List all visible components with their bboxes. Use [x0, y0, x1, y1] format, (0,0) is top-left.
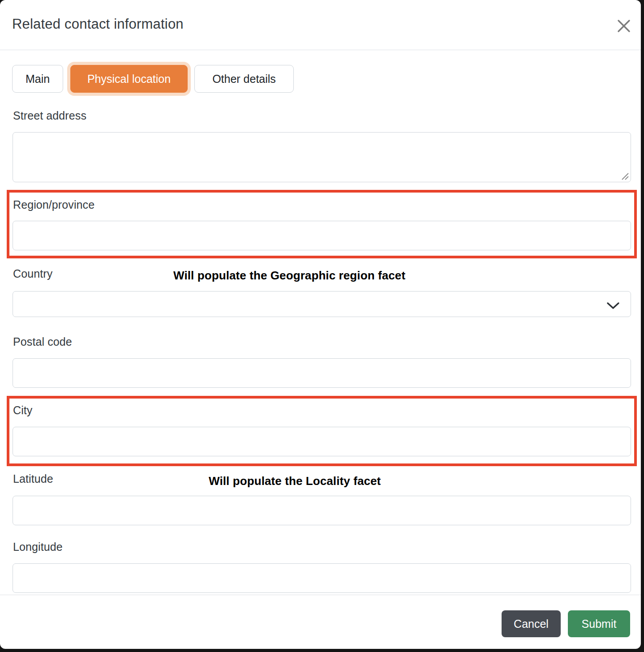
latitude-label: Latitude	[13, 472, 53, 485]
region-province-input[interactable]	[13, 221, 631, 250]
region-annotation-note: Will populate the Geographic region face…	[173, 269, 405, 283]
postal-code-label: Postal code	[13, 335, 72, 348]
country-label: Country	[13, 267, 52, 280]
street-address-textarea[interactable]	[13, 132, 631, 182]
country-select[interactable]	[13, 291, 631, 317]
tab-other-details[interactable]: Other details	[194, 65, 294, 93]
postal-code-input[interactable]	[13, 358, 631, 388]
city-input[interactable]	[13, 427, 631, 456]
latitude-input[interactable]	[13, 496, 631, 525]
modal-header: Related contact information	[0, 0, 641, 50]
street-address-label: Street address	[13, 109, 86, 122]
page-backdrop: Related contact information Main Physica…	[0, 0, 644, 652]
modal-title: Related contact information	[12, 16, 184, 32]
tab-physical-location[interactable]: Physical location	[70, 65, 188, 93]
tab-main[interactable]: Main	[12, 65, 63, 93]
longitude-input[interactable]	[13, 563, 631, 593]
city-label: City	[13, 404, 32, 417]
close-button[interactable]	[614, 17, 633, 36]
resize-handle-icon	[619, 174, 629, 182]
cancel-button[interactable]: Cancel	[502, 610, 561, 637]
submit-button[interactable]: Submit	[568, 610, 630, 637]
region-province-label: Region/province	[13, 198, 94, 211]
footer-divider	[0, 595, 641, 595]
resize-handle[interactable]	[619, 171, 629, 180]
related-contact-modal: Related contact information Main Physica…	[0, 0, 641, 649]
close-icon	[616, 18, 631, 35]
city-annotation-note: Will populate the Locality facet	[209, 474, 381, 488]
longitude-label: Longitude	[13, 540, 63, 553]
chevron-down-icon	[606, 300, 620, 308]
